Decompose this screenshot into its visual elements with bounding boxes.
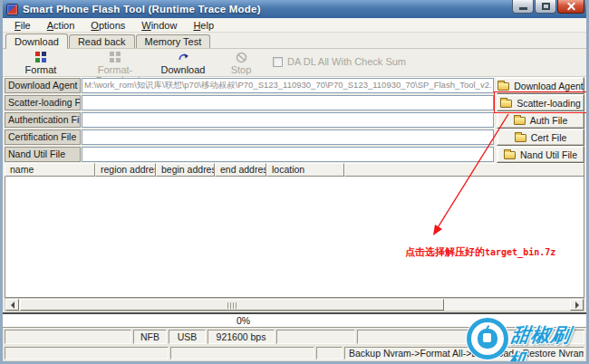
status-seg-empty-3 <box>357 330 584 344</box>
column-location[interactable]: location <box>266 163 344 177</box>
tab-memory-test[interactable]: Memory Test <box>136 34 211 48</box>
menubar: File Action Options Window Help <box>3 18 586 33</box>
status-seg-empty-2 <box>276 330 355 344</box>
download-label: Download <box>161 64 206 75</box>
horizontal-scrollbar[interactable] <box>5 298 584 311</box>
download-agent-input[interactable] <box>82 78 494 93</box>
folder-icon <box>514 117 526 125</box>
annotation-text-filename: target_bin.7z <box>485 247 555 257</box>
folder-icon <box>504 151 516 159</box>
minimize-button[interactable] <box>512 0 534 14</box>
status-seg-empty-1 <box>5 330 131 344</box>
status-bar-bottom: Backup Nvram->Format All->Download->Rest… <box>3 346 586 361</box>
cert-file-input[interactable] <box>82 129 494 145</box>
status-usb: USB <box>169 330 206 344</box>
menu-help[interactable]: Help <box>185 19 222 32</box>
stop-button: Stop <box>220 52 262 75</box>
scroll-left-button[interactable] <box>5 299 19 311</box>
column-filler <box>344 163 584 177</box>
checkbox-icon <box>273 57 283 67</box>
stop-icon <box>236 52 247 63</box>
progress-percent: 0% <box>237 315 250 326</box>
format-label: Format <box>25 64 57 75</box>
scrollbar-thumb[interactable] <box>20 299 444 311</box>
tab-download[interactable]: Download <box>5 34 68 49</box>
status-nfb: NFB <box>133 330 167 344</box>
auth-file-input[interactable] <box>82 112 494 128</box>
scatter-loading-browse-label: Scatter-loading <box>517 98 581 109</box>
folder-icon <box>515 134 526 142</box>
scroll-right-button[interactable] <box>570 299 584 311</box>
left-arrow-icon <box>7 302 14 309</box>
nand-util-browse-label: Nand Util File <box>520 149 577 160</box>
nand-util-input[interactable] <box>82 147 494 162</box>
auth-file-row-label: Authentication File <box>5 112 81 128</box>
status2-seg-empty-2 <box>170 347 314 359</box>
da-dl-checksum-label: DA DL All With Check Sum <box>287 56 406 67</box>
stop-label: Stop <box>231 64 252 75</box>
tab-read-back[interactable]: Read back <box>69 34 135 48</box>
partition-list-area[interactable] <box>5 177 584 298</box>
format-icon <box>35 52 47 63</box>
menu-window[interactable]: Window <box>133 19 185 32</box>
column-begin-address[interactable]: begin address <box>156 163 215 177</box>
nand-util-browse-button[interactable]: Nand Util File <box>497 146 584 163</box>
format-button[interactable]: Format <box>12 52 70 75</box>
status-bar-top: NFB USB 921600 bps <box>3 329 586 346</box>
tab-bar: Download Read back Memory Test <box>3 34 586 49</box>
format-download-button: Format->Download <box>75 52 155 75</box>
format-download-icon <box>110 52 121 63</box>
close-button[interactable] <box>557 0 584 14</box>
column-region-address[interactable]: region address <box>95 163 156 177</box>
download-button[interactable]: Download <box>155 52 211 75</box>
menu-file[interactable]: File <box>6 19 39 32</box>
partition-table-header: name region address begin address end ad… <box>5 163 584 177</box>
scatter-loading-input[interactable] <box>82 95 494 110</box>
titlebar[interactable]: Smart Phone Flash Tool (Runtime Trace Mo… <box>3 0 586 18</box>
right-arrow-icon <box>575 302 583 309</box>
nand-util-row-label: Nand Util File <box>5 147 81 162</box>
status2-seg-empty-3 <box>316 347 343 359</box>
menu-options[interactable]: Options <box>82 19 133 32</box>
scatter-loading-browse-button[interactable]: Scatter-loading <box>497 94 584 111</box>
toolbar: Format Format->Download Download Stop DA… <box>3 49 586 77</box>
menu-action[interactable]: Action <box>39 19 83 32</box>
annotation-text-cn: 点击选择解压好的 <box>405 246 485 257</box>
column-name[interactable]: name <box>5 163 95 177</box>
annotation-text: 点击选择解压好的target_bin.7z <box>405 245 555 259</box>
window-controls <box>511 0 584 14</box>
maximize-icon <box>542 3 550 10</box>
cert-file-browse-label: Cert File <box>531 132 567 143</box>
download-agent-browse-label: Download Agent <box>514 81 583 91</box>
auth-file-browse-label: Auth File <box>530 115 567 126</box>
column-end-address[interactable]: end address <box>215 163 266 177</box>
window-title: Smart Phone Flash Tool (Runtime Trace Mo… <box>23 4 261 14</box>
da-dl-checksum-checkbox[interactable]: DA DL All With Check Sum <box>273 56 406 67</box>
scatter-loading-row-label: Scatter-loading File <box>5 95 81 110</box>
download-agent-row-label: Download Agent <box>5 78 81 93</box>
download-icon <box>178 52 189 63</box>
app-icon <box>6 4 18 15</box>
status-baud: 921600 bps <box>208 330 275 344</box>
thumb-grip-icon <box>227 302 237 309</box>
cert-file-row-label: Certification File <box>5 129 81 145</box>
minimize-icon <box>519 7 527 10</box>
maximize-button[interactable] <box>535 0 556 14</box>
download-agent-browse-button[interactable]: Download Agent <box>497 77 584 94</box>
status2-seg-empty-1 <box>5 347 169 359</box>
progress-bar: 0% <box>3 312 586 328</box>
close-icon <box>566 2 576 12</box>
flash-tool-window: Smart Phone Flash Tool (Runtime Trace Mo… <box>0 0 589 364</box>
auth-file-browse-button[interactable]: Auth File <box>497 111 584 129</box>
cert-file-browse-button[interactable]: Cert File <box>497 129 584 146</box>
folder-icon <box>497 82 509 91</box>
folder-icon <box>500 100 512 108</box>
status-flow-text: Backup Nvram->Format All->Download->Rest… <box>344 347 584 359</box>
